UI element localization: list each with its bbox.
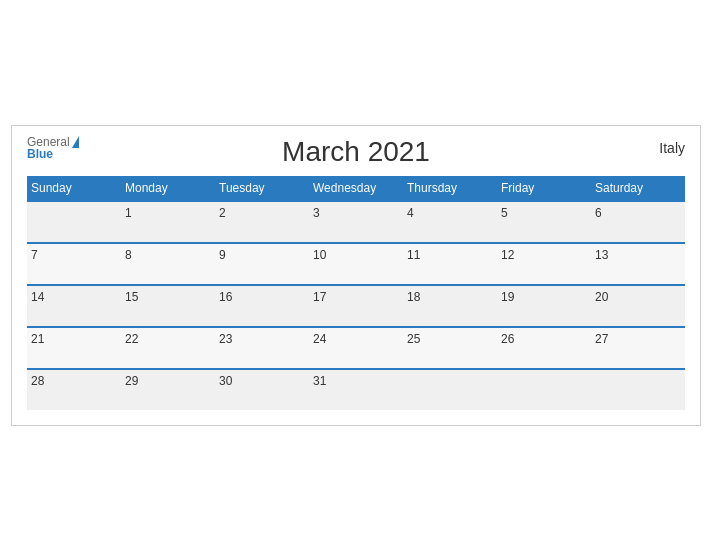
calendar-day-cell	[591, 369, 685, 410]
logo-general-text: General	[27, 136, 70, 148]
calendar-day-cell: 23	[215, 327, 309, 369]
calendar-day-cell: 28	[27, 369, 121, 410]
day-number: 16	[219, 290, 305, 304]
calendar-day-cell: 5	[497, 201, 591, 243]
calendar-week-row: 21222324252627	[27, 327, 685, 369]
calendar-day-cell: 2	[215, 201, 309, 243]
calendar-day-cell: 10	[309, 243, 403, 285]
calendar-day-cell: 19	[497, 285, 591, 327]
day-number: 25	[407, 332, 493, 346]
calendar-day-cell: 11	[403, 243, 497, 285]
day-number: 12	[501, 248, 587, 262]
calendar-day-cell: 1	[121, 201, 215, 243]
day-number: 22	[125, 332, 211, 346]
calendar-day-cell: 25	[403, 327, 497, 369]
calendar-day-cell: 31	[309, 369, 403, 410]
day-number: 17	[313, 290, 399, 304]
day-number: 21	[31, 332, 117, 346]
col-tuesday: Tuesday	[215, 176, 309, 201]
day-number: 31	[313, 374, 399, 388]
calendar-day-cell: 9	[215, 243, 309, 285]
day-number: 26	[501, 332, 587, 346]
day-number: 2	[219, 206, 305, 220]
col-thursday: Thursday	[403, 176, 497, 201]
day-number: 13	[595, 248, 681, 262]
calendar-day-cell: 13	[591, 243, 685, 285]
day-number: 8	[125, 248, 211, 262]
calendar-day-cell	[497, 369, 591, 410]
calendar-day-cell: 26	[497, 327, 591, 369]
calendar-day-cell: 22	[121, 327, 215, 369]
calendar-day-cell: 30	[215, 369, 309, 410]
calendar-day-cell: 6	[591, 201, 685, 243]
calendar-day-cell: 7	[27, 243, 121, 285]
day-number: 19	[501, 290, 587, 304]
logo-blue-text: Blue	[27, 148, 53, 160]
day-number: 23	[219, 332, 305, 346]
day-number: 29	[125, 374, 211, 388]
calendar-table: Sunday Monday Tuesday Wednesday Thursday…	[27, 176, 685, 410]
col-monday: Monday	[121, 176, 215, 201]
calendar-day-cell: 3	[309, 201, 403, 243]
weekday-header-row: Sunday Monday Tuesday Wednesday Thursday…	[27, 176, 685, 201]
calendar-header: General Blue March 2021 Italy	[27, 136, 685, 168]
calendar-day-cell: 27	[591, 327, 685, 369]
day-number: 6	[595, 206, 681, 220]
calendar-day-cell: 18	[403, 285, 497, 327]
logo: General Blue	[27, 136, 79, 160]
calendar-body: 1234567891011121314151617181920212223242…	[27, 201, 685, 410]
calendar-day-cell: 17	[309, 285, 403, 327]
day-number: 1	[125, 206, 211, 220]
calendar-week-row: 123456	[27, 201, 685, 243]
day-number: 10	[313, 248, 399, 262]
logo-triangle-icon	[72, 136, 79, 148]
day-number: 14	[31, 290, 117, 304]
day-number: 11	[407, 248, 493, 262]
day-number: 24	[313, 332, 399, 346]
calendar-day-cell: 21	[27, 327, 121, 369]
col-friday: Friday	[497, 176, 591, 201]
day-number: 3	[313, 206, 399, 220]
calendar-day-cell: 16	[215, 285, 309, 327]
col-saturday: Saturday	[591, 176, 685, 201]
day-number: 20	[595, 290, 681, 304]
calendar-day-cell: 20	[591, 285, 685, 327]
col-wednesday: Wednesday	[309, 176, 403, 201]
calendar-day-cell: 12	[497, 243, 591, 285]
day-number: 9	[219, 248, 305, 262]
day-number: 28	[31, 374, 117, 388]
calendar-day-cell: 8	[121, 243, 215, 285]
day-number: 4	[407, 206, 493, 220]
calendar-day-cell: 4	[403, 201, 497, 243]
calendar-title: March 2021	[282, 136, 430, 168]
calendar-week-row: 28293031	[27, 369, 685, 410]
col-sunday: Sunday	[27, 176, 121, 201]
calendar-day-cell: 29	[121, 369, 215, 410]
country-label: Italy	[659, 140, 685, 156]
calendar-day-cell: 15	[121, 285, 215, 327]
day-number: 18	[407, 290, 493, 304]
day-number: 27	[595, 332, 681, 346]
calendar-day-cell	[403, 369, 497, 410]
day-number: 15	[125, 290, 211, 304]
calendar-day-cell: 14	[27, 285, 121, 327]
calendar-week-row: 14151617181920	[27, 285, 685, 327]
calendar-day-cell: 24	[309, 327, 403, 369]
calendar-week-row: 78910111213	[27, 243, 685, 285]
calendar-day-cell	[27, 201, 121, 243]
calendar-container: General Blue March 2021 Italy Sunday Mon…	[11, 125, 701, 426]
day-number: 30	[219, 374, 305, 388]
day-number: 7	[31, 248, 117, 262]
day-number: 5	[501, 206, 587, 220]
